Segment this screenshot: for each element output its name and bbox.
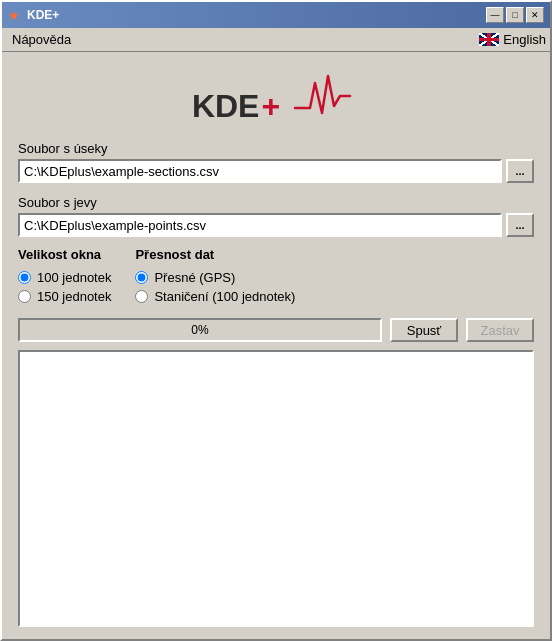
window-size-100[interactable]: 100 jednotek [18, 270, 111, 285]
progress-row: 0% Spusť Zastav [18, 318, 534, 342]
kde-logo: KDE + [192, 68, 360, 125]
logo-wave [290, 68, 360, 121]
minimize-button[interactable]: — [486, 7, 504, 23]
maximize-button[interactable]: □ [506, 7, 524, 23]
precision-gps[interactable]: Přesné (GPS) [135, 270, 295, 285]
language-label: English [503, 32, 546, 47]
options-row: Velikost okna 100 jednotek 150 jednotek … [18, 247, 534, 304]
run-button[interactable]: Spusť [390, 318, 458, 342]
sections-label: Soubor s úseky [18, 141, 534, 156]
points-browse-button[interactable]: ... [506, 213, 534, 237]
sections-input[interactable] [18, 159, 502, 183]
logo-plus: + [261, 88, 280, 125]
close-button[interactable]: ✕ [526, 7, 544, 23]
app-icon: ★ [8, 8, 22, 22]
points-label: Soubor s jevy [18, 195, 534, 210]
progress-label: 0% [191, 323, 208, 337]
window-size-100-label: 100 jednotek [37, 270, 111, 285]
content-area: KDE + Soubor s úseky ... Soubor s jevy .… [2, 52, 550, 639]
title-bar: ★ KDE+ — □ ✕ [2, 2, 550, 28]
log-area [18, 350, 534, 627]
window-title: KDE+ [27, 8, 59, 22]
window-size-title: Velikost okna [18, 247, 111, 262]
title-bar-controls: — □ ✕ [486, 7, 544, 23]
sections-browse-button[interactable]: ... [506, 159, 534, 183]
stop-button[interactable]: Zastav [466, 318, 534, 342]
help-menu[interactable]: Nápověda [6, 30, 77, 49]
precision-station-radio[interactable] [135, 290, 148, 303]
logo-area: KDE + [18, 68, 534, 125]
precision-station-label: Staničení (100 jednotek) [154, 289, 295, 304]
title-bar-left: ★ KDE+ [8, 8, 59, 22]
language-selector[interactable]: English [479, 32, 546, 47]
sections-row: ... [18, 159, 534, 183]
menu-bar: Nápověda English [2, 28, 550, 52]
precision-gps-label: Přesné (GPS) [154, 270, 235, 285]
window-size-group: Velikost okna 100 jednotek 150 jednotek [18, 247, 111, 304]
points-row: ... [18, 213, 534, 237]
window-size-150[interactable]: 150 jednotek [18, 289, 111, 304]
progress-bar-container: 0% [18, 318, 382, 342]
precision-station[interactable]: Staničení (100 jednotek) [135, 289, 295, 304]
points-input[interactable] [18, 213, 502, 237]
uk-flag-icon [479, 33, 499, 46]
logo-text: KDE [192, 88, 260, 125]
window-size-100-radio[interactable] [18, 271, 31, 284]
data-precision-group: Přesnost dat Přesné (GPS) Staničení (100… [135, 247, 295, 304]
main-window: ★ KDE+ — □ ✕ Nápověda English KDE + [0, 0, 552, 641]
precision-gps-radio[interactable] [135, 271, 148, 284]
window-size-150-label: 150 jednotek [37, 289, 111, 304]
data-precision-title: Přesnost dat [135, 247, 295, 262]
window-size-150-radio[interactable] [18, 290, 31, 303]
